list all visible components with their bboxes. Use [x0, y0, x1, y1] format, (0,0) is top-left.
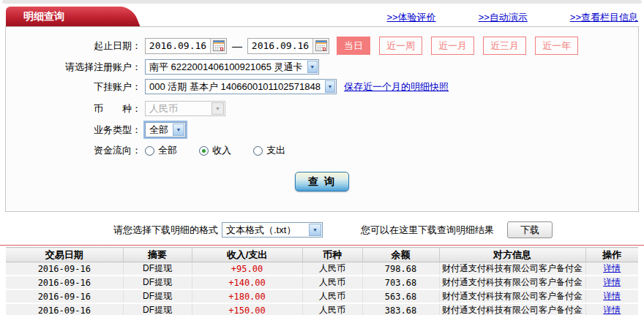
sub-account-select[interactable]: 000 活期 基本户 1406600101102571848 ▼: [145, 79, 337, 94]
cell-date: 2016-09-16: [6, 289, 123, 303]
date-to-input[interactable]: 2016.09.16: [247, 38, 329, 54]
cell-currency: 人民币: [302, 276, 362, 289]
link-experience-review[interactable]: >>体验评价: [386, 11, 435, 24]
radio-flow-expense[interactable]: 支出: [253, 144, 285, 157]
biz-type-select[interactable]: 全部 ▼: [145, 122, 186, 137]
query-form-panel: 起止日期： 2016.09.16 — 2016.09.16: [5, 26, 639, 212]
range-today-button[interactable]: 当日: [337, 37, 370, 55]
cell-counterparty: 财付通支付科技有限公司客户备付金: [439, 303, 585, 315]
link-view-column-info[interactable]: >>查看栏目信息: [570, 11, 638, 24]
col-header-summary: 摘要: [123, 248, 192, 262]
currency-select: 人民币 ▼: [145, 101, 225, 116]
currency-row: 币 种： 人民币 ▼: [6, 101, 638, 116]
sub-account-row: 下挂账户： 000 活期 基本户 1406600101102571848 ▼ 保…: [6, 79, 638, 94]
col-header-action: 操作: [585, 248, 638, 262]
radio-icon: [145, 146, 154, 156]
chevron-down-icon: ▼: [211, 102, 224, 115]
date-to-value: 2016.09.16: [248, 40, 312, 51]
range-last-week-button[interactable]: 近一周: [379, 37, 422, 55]
cell-currency: 人民币: [302, 289, 362, 303]
cell-summary: DF提现: [123, 289, 192, 303]
detail-link[interactable]: 详情: [603, 277, 621, 287]
table-row: 2016-09-16 DF提现 +180.00 人民币 563.68 财付通支付…: [6, 289, 638, 303]
download-format-value: 文本格式（.txt）: [222, 224, 300, 237]
table-header-row: 交易日期 摘要 收入/支出 币种 余额 对方信息 操作: [6, 248, 638, 262]
top-links: >>体验评价 >>自动演示 >>查看栏目信息: [386, 11, 638, 24]
biz-type-row: 业务类型： 全部 ▼: [6, 122, 638, 137]
header-bar: 明细查询 >>体验评价 >>自动演示 >>查看栏目信息: [6, 4, 644, 26]
save-monthly-snapshot-link[interactable]: 保存近一个月的明细快照: [344, 80, 449, 94]
col-header-counterparty: 对方信息: [439, 248, 585, 262]
table-divider: [0, 245, 644, 246]
biz-type-value: 全部: [146, 124, 173, 137]
register-account-select[interactable]: 南平 6222001406100921065 灵通卡 ▼: [145, 59, 319, 75]
results-table: 交易日期 摘要 收入/支出 币种 余额 对方信息 操作 2016-09-16 D…: [6, 247, 638, 315]
col-header-currency: 币种: [302, 248, 362, 262]
cell-summary: DF提现: [123, 276, 192, 289]
quick-range-buttons: 当日 近一周 近一月 近三月 近一年: [337, 37, 578, 55]
cell-summary: DF提现: [123, 303, 192, 315]
table-row: 2016-09-16 DF提现 +140.00 人民币 703.68 财付通支付…: [6, 276, 638, 289]
sub-account-value: 000 活期 基本户 1406600101102571848: [146, 80, 325, 94]
calendar-icon-glyph: [315, 40, 327, 51]
cell-counterparty: 财付通支付科技有限公司客户备付金: [439, 276, 585, 289]
range-last-3-months-button[interactable]: 近三月: [483, 37, 526, 55]
currency-value: 人民币: [146, 102, 182, 115]
detail-link[interactable]: 详情: [603, 305, 621, 315]
radio-icon: [199, 146, 209, 156]
chevron-down-icon: ▼: [309, 224, 321, 236]
download-button[interactable]: 下载: [507, 221, 553, 238]
cell-amount: +95.00: [192, 262, 302, 276]
range-last-year-button[interactable]: 近一年: [535, 37, 578, 55]
query-button[interactable]: 查 询: [295, 172, 349, 191]
cell-balance: 798.68: [362, 262, 439, 276]
date-range-row: 起止日期： 2016.09.16 — 2016.09.16: [6, 37, 638, 55]
fund-flow-options: 全部 收入 支出: [145, 144, 285, 157]
range-last-month-button[interactable]: 近一月: [431, 37, 474, 55]
register-account-label: 请选择注册账户：: [6, 61, 145, 74]
radio-flow-income[interactable]: 收入: [199, 144, 231, 157]
cell-amount: +140.00: [192, 276, 302, 289]
radio-flow-income-label: 收入: [212, 144, 231, 157]
radio-flow-all[interactable]: 全部: [145, 144, 177, 157]
download-hint: 您可以在这里下载查询明细结果: [361, 224, 494, 237]
fund-flow-label: 资金流向：: [6, 144, 145, 157]
fund-flow-row: 资金流向： 全部 收入 支出: [6, 144, 638, 157]
biz-type-label: 业务类型：: [6, 124, 145, 137]
link-auto-demo[interactable]: >>自动演示: [479, 11, 528, 24]
cell-balance: 383.68: [362, 303, 439, 315]
cell-counterparty: 财付通支付科技有限公司客户备付金: [439, 262, 585, 276]
chevron-down-icon: ▼: [325, 80, 335, 93]
col-header-balance: 余额: [362, 248, 439, 262]
col-header-amount: 收入/支出: [192, 248, 302, 262]
calendar-icon[interactable]: [210, 39, 226, 53]
sub-account-label: 下挂账户：: [6, 80, 145, 94]
date-from-value: 2016.09.16: [146, 40, 210, 51]
cell-counterparty: 财付通支付科技有限公司客户备付金: [439, 289, 585, 303]
cell-date: 2016-09-16: [6, 262, 123, 276]
date-range-label: 起止日期：: [6, 39, 145, 53]
cell-date: 2016-09-16: [6, 276, 123, 289]
cell-currency: 人民币: [302, 262, 362, 276]
download-format-label: 请您选择下载明细的格式: [113, 224, 218, 237]
cell-summary: DF提现: [123, 262, 192, 276]
table-row: 2016-09-16 DF提现 +150.00 人民币 383.68 财付通支付…: [6, 303, 638, 315]
date-from-input[interactable]: 2016.09.16: [145, 38, 227, 54]
cell-balance: 703.68: [362, 276, 439, 289]
col-header-date: 交易日期: [6, 248, 123, 262]
detail-link[interactable]: 详情: [603, 291, 621, 301]
radio-icon: [253, 146, 263, 156]
detail-link[interactable]: 详情: [603, 263, 621, 273]
cell-amount: +180.00: [192, 289, 302, 303]
chevron-down-icon: ▼: [173, 124, 184, 136]
chevron-down-icon: ▼: [307, 61, 318, 73]
query-button-row: 查 询: [6, 172, 638, 191]
download-format-select[interactable]: 文本格式（.txt） ▼: [222, 222, 323, 238]
cell-balance: 563.68: [362, 289, 439, 303]
register-account-value: 南平 6222001406100921065 灵通卡: [146, 61, 307, 74]
calendar-icon[interactable]: [312, 39, 329, 53]
date-range-separator: —: [232, 40, 242, 52]
cell-currency: 人民币: [302, 303, 362, 315]
cell-date: 2016-09-16: [6, 303, 123, 315]
tab-detail-query[interactable]: 明细查询: [6, 7, 117, 26]
